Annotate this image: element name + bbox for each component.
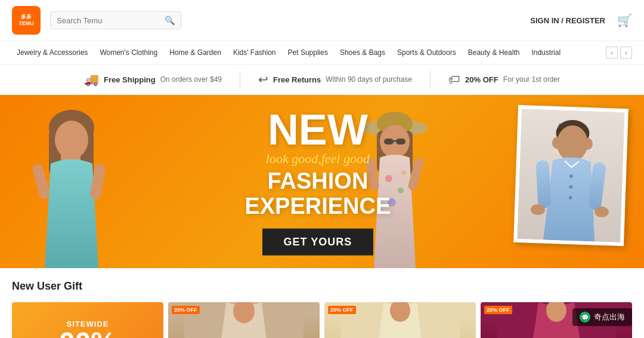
header: 多多 TEMU 🔍 SIGN IN / REGISTER 🛒	[0, 0, 644, 41]
shipping-sub: On orders over $49	[160, 75, 222, 84]
svg-rect-13	[396, 139, 405, 145]
hero-banner: NEW look good,feel good FASHION EXPERIEN…	[0, 95, 644, 268]
promo-shipping: 🚚 Free Shipping On orders over $49	[84, 72, 222, 87]
banner-text: NEW look good,feel good FASHION EXPERIEN…	[244, 108, 391, 256]
discount-sub: For your 1st order	[503, 75, 560, 84]
search-bar: 🔍	[50, 11, 181, 29]
sitewide-pct: 00%	[59, 328, 116, 339]
svg-point-18	[401, 170, 406, 175]
promo-divider-1	[240, 70, 240, 88]
nav-item-womens[interactable]: Women's Clothing	[95, 46, 162, 59]
nav-items: Jewelry & Accessories Women's Clothing H…	[12, 46, 606, 59]
wechat-icon: 💬	[580, 312, 590, 322]
temu-logo[interactable]: 多多 TEMU	[12, 6, 41, 35]
banner-cta-button[interactable]: GET YOURS	[262, 228, 374, 255]
banner-figure-right	[513, 105, 628, 246]
discount-badge-3: 20% OFF	[484, 306, 512, 314]
nav-item-jewelry[interactable]: Jewelry & Accessories	[12, 46, 92, 59]
discount-badge-2: 20% OFF	[328, 306, 356, 314]
nav-item-pet[interactable]: Pet Supplies	[283, 46, 333, 59]
promo-returns: ↩ Free Returns Within 90 days of purchas…	[258, 72, 412, 87]
nav-prev-button[interactable]: ‹	[606, 47, 618, 59]
section-title: New User Gift	[12, 280, 632, 293]
returns-sub: Within 90 days of purchase	[326, 75, 412, 84]
watermark-text: 奇点出海	[594, 312, 625, 322]
nav-next-button[interactable]: ›	[620, 47, 632, 59]
search-input[interactable]	[57, 16, 165, 25]
cart-icon[interactable]: 🛒	[617, 13, 632, 27]
promo-divider-2	[430, 70, 431, 88]
header-right: SIGN IN / REGISTER 🛒	[530, 13, 632, 27]
discount-label: 20% OFF	[465, 75, 499, 84]
svg-rect-32	[535, 160, 551, 208]
nav-item-sports[interactable]: Sports & Outdoors	[392, 46, 461, 59]
main-nav: Jewelry & Accessories Women's Clothing H…	[0, 41, 644, 64]
left-person-svg	[0, 95, 173, 268]
shipping-icon: 🚚	[84, 72, 99, 87]
returns-icon: ↩	[258, 72, 268, 87]
watermark: 💬 奇点出海	[572, 308, 632, 326]
right-person-svg	[517, 109, 625, 242]
product-card-2[interactable]: 20% OFF	[324, 302, 476, 338]
svg-rect-5	[32, 163, 51, 201]
svg-point-16	[398, 188, 404, 193]
sitewide-card[interactable]: SITEWIDE 00%	[12, 302, 163, 338]
nav-item-home[interactable]: Home & Garden	[165, 46, 226, 59]
nav-item-beauty[interactable]: Beauty & Health	[463, 46, 525, 59]
banner-figure-left	[0, 95, 173, 268]
new-user-section: New User Gift SITEWIDE 00% 20% OFF 20% O…	[0, 268, 644, 338]
shipping-label: Free Shipping	[104, 75, 156, 84]
nav-arrows: ‹ ›	[606, 47, 632, 59]
discount-badge-1: 20% OFF	[172, 306, 200, 314]
banner-tagline: look good,feel good	[244, 151, 391, 167]
nav-item-kids[interactable]: Kids' Fashion	[228, 46, 281, 59]
svg-point-4	[55, 121, 88, 159]
logo-text: 多多 TEMU	[18, 14, 34, 27]
product-card-1[interactable]: 20% OFF	[168, 302, 320, 338]
sign-in-link[interactable]: SIGN IN / REGISTER	[530, 16, 605, 25]
search-button[interactable]: 🔍	[165, 16, 175, 25]
nav-item-shoes[interactable]: Shoes & Bags	[335, 46, 390, 59]
promo-discount: 🏷 20% OFF For your 1st order	[448, 73, 560, 87]
product-grid: SITEWIDE 00% 20% OFF 20% OFF 20% OFF	[12, 302, 632, 338]
discount-icon: 🏷	[448, 73, 460, 87]
promo-bar: 🚚 Free Shipping On orders over $49 ↩ Fre…	[0, 64, 644, 95]
banner-fashion-label: FASHION EXPERIENCE	[244, 169, 391, 219]
returns-label: Free Returns	[273, 75, 321, 84]
nav-item-industrial[interactable]: Industrial	[527, 46, 565, 59]
banner-new-label: NEW	[244, 108, 391, 151]
